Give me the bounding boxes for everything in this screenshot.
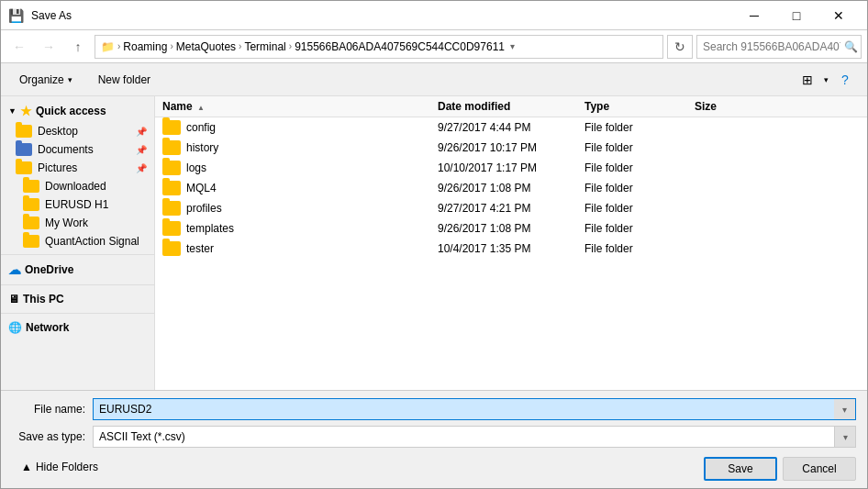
sidebar-item-downloaded-label: Downloaded: [45, 180, 106, 193]
onedrive-icon: ☁: [8, 262, 21, 277]
sidebar-item-onedrive[interactable]: ☁ OneDrive: [1, 259, 154, 281]
breadcrumb[interactable]: 📁 › Roaming › MetaQuotes › Terminal › 91…: [95, 35, 663, 59]
view-toggle-button[interactable]: ⊞: [795, 67, 820, 93]
file-type-cell: File folder: [577, 182, 687, 194]
file-name-cell: MQL4: [155, 181, 430, 195]
sidebar-section-quick-access[interactable]: ▼ ★ Quick access: [1, 100, 154, 122]
title-bar: 💾 Save As ─ □ ✕: [1, 1, 867, 30]
sidebar-item-pictures-label: Pictures: [38, 161, 77, 174]
column-date[interactable]: Date modified: [430, 100, 577, 113]
dialog-title: Save As: [31, 9, 726, 22]
filename-input[interactable]: [93, 398, 856, 420]
search-input[interactable]: [703, 40, 840, 53]
up-button[interactable]: ↑: [65, 34, 91, 60]
sidebar-item-mywork-label: My Work: [45, 217, 88, 229]
folder-icon: [162, 181, 181, 195]
thispc-label: This PC: [23, 293, 64, 306]
cancel-button[interactable]: Cancel: [783, 457, 856, 481]
file-date-cell: 10/10/2017 1:17 PM: [430, 161, 577, 174]
network-label: Network: [26, 321, 69, 334]
save-button[interactable]: Save: [704, 457, 777, 481]
breadcrumb-metaquotes[interactable]: MetaQuotes ›: [176, 40, 243, 53]
desktop-folder-icon: [16, 125, 32, 138]
documents-folder-icon: [16, 143, 32, 156]
file-name-cell: tester: [155, 241, 430, 256]
action-buttons: Save Cancel: [704, 457, 856, 481]
sidebar-divider-3: [1, 313, 154, 314]
sidebar-item-desktop[interactable]: Desktop 📌: [1, 122, 154, 140]
thispc-icon: 🖥: [8, 293, 19, 306]
table-row[interactable]: history 9/26/2017 10:17 PM File folder: [155, 138, 867, 158]
refresh-button[interactable]: ↻: [667, 35, 693, 59]
file-type-cell: File folder: [577, 141, 687, 154]
folder-icon: [162, 241, 181, 256]
buttons-area: ▲ Hide Folders Save Cancel: [12, 453, 856, 481]
table-row[interactable]: tester 10/4/2017 1:35 PM File folder: [155, 239, 867, 259]
downloaded-folder-icon: [23, 180, 39, 193]
sidebar-item-desktop-label: Desktop: [38, 125, 78, 138]
folder-icon: [162, 221, 181, 236]
column-name[interactable]: Name ▲: [155, 100, 430, 113]
view-dropdown-icon: ▾: [824, 75, 829, 84]
table-row[interactable]: config 9/27/2017 4:44 PM File folder: [155, 117, 867, 138]
breadcrumb-terminal[interactable]: Terminal ›: [244, 40, 293, 53]
column-type[interactable]: Type: [577, 100, 687, 113]
sidebar-item-downloaded[interactable]: Downloaded: [1, 177, 154, 195]
file-name-cell: logs: [155, 161, 430, 175]
filename-dropdown-arrow[interactable]: ▾: [834, 398, 856, 420]
main-content: ▼ ★ Quick access Desktop 📌 Documents 📌 P…: [1, 96, 867, 390]
sidebar: ▼ ★ Quick access Desktop 📌 Documents 📌 P…: [1, 96, 155, 390]
sort-icon: ▲: [197, 104, 205, 112]
column-size[interactable]: Size: [687, 100, 761, 113]
organize-button[interactable]: Organize ▾: [10, 67, 82, 93]
save-label: Save: [728, 462, 752, 475]
sidebar-item-network[interactable]: 🌐 Network: [1, 317, 154, 338]
help-button[interactable]: ?: [832, 67, 858, 93]
search-box: 🔍: [696, 35, 862, 59]
file-name-cell: templates: [155, 221, 430, 236]
breadcrumb-dropdown-button[interactable]: ▾: [506, 40, 519, 53]
minimize-button[interactable]: ─: [733, 1, 775, 30]
save-as-dialog: 💾 Save As ─ □ ✕ ← → ↑ 📁 › Roaming › Meta…: [0, 0, 868, 489]
table-row[interactable]: templates 9/26/2017 1:08 PM File folder: [155, 218, 867, 239]
forward-button[interactable]: →: [36, 34, 61, 60]
filetype-select[interactable]: ASCII Text (*.csv) CSV (*.csv) Text (*.t…: [93, 426, 856, 448]
breadcrumb-roaming[interactable]: Roaming ›: [123, 40, 173, 53]
file-name: logs: [186, 161, 206, 174]
hide-folders-button[interactable]: ▲ Hide Folders: [12, 457, 107, 477]
sidebar-item-my-work[interactable]: My Work: [1, 214, 154, 232]
table-row[interactable]: MQL4 9/26/2017 1:08 PM File folder: [155, 178, 867, 198]
file-type-cell: File folder: [577, 161, 687, 174]
sidebar-item-documents-label: Documents: [38, 143, 94, 156]
sidebar-item-eurusd-h1[interactable]: EURUSD H1: [1, 195, 154, 214]
search-icon: 🔍: [844, 40, 858, 53]
filename-row: File name: ▾: [12, 398, 856, 420]
sidebar-item-this-pc[interactable]: 🖥 This PC: [1, 289, 154, 309]
new-folder-label: New folder: [98, 73, 150, 86]
maximize-button[interactable]: □: [775, 1, 818, 30]
organize-label: Organize: [19, 73, 64, 86]
address-bar: ← → ↑ 📁 › Roaming › MetaQuotes › Termina…: [1, 30, 867, 63]
quick-access-collapse-icon: ▼: [8, 106, 17, 116]
sidebar-item-documents[interactable]: Documents 📌: [1, 140, 154, 159]
sidebar-item-pictures[interactable]: Pictures 📌: [1, 159, 154, 177]
table-row[interactable]: logs 10/10/2017 1:17 PM File folder: [155, 158, 867, 178]
sidebar-divider-1: [1, 254, 154, 255]
file-name: MQL4: [186, 182, 217, 194]
breadcrumb-folder-id[interactable]: 915566BA06ADA407569C544CC0D97611: [295, 40, 505, 53]
back-button[interactable]: ←: [6, 34, 32, 60]
file-name: history: [186, 141, 218, 154]
file-type-cell: File folder: [577, 121, 687, 134]
sidebar-item-quantaction[interactable]: QuantAction Signal: [1, 232, 154, 250]
table-row[interactable]: profiles 9/27/2017 4:21 PM File folder: [155, 198, 867, 218]
bottom-panel: File name: ▾ Save as type: ASCII Text (*…: [1, 390, 867, 488]
network-icon: 🌐: [8, 321, 22, 334]
desktop-pin-icon: 📌: [136, 127, 147, 137]
file-type-cell: File folder: [577, 202, 687, 215]
file-date-cell: 9/26/2017 1:08 PM: [430, 222, 577, 235]
sidebar-divider-2: [1, 284, 154, 285]
filetype-select-wrapper: ASCII Text (*.csv) CSV (*.csv) Text (*.t…: [93, 426, 856, 448]
quick-access-star-icon: ★: [20, 104, 32, 118]
close-button[interactable]: ✕: [818, 1, 860, 30]
new-folder-button[interactable]: New folder: [89, 67, 160, 93]
